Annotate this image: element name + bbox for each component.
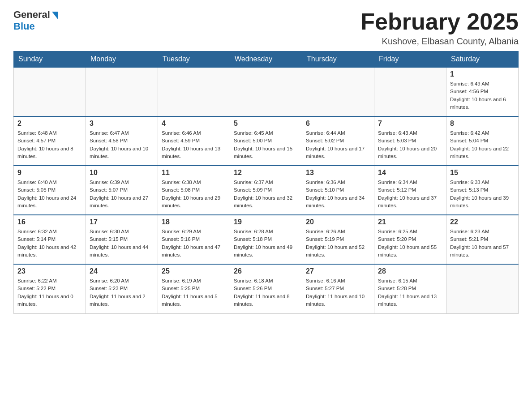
day-info: Sunrise: 6:22 AMSunset: 5:22 PMDaylight:… (17, 277, 82, 308)
day-number: 22 (450, 218, 515, 226)
week-row-2: 2Sunrise: 6:48 AMSunset: 4:57 PMDaylight… (14, 116, 519, 166)
day-info: Sunrise: 6:47 AMSunset: 4:58 PMDaylight:… (90, 129, 154, 160)
day-number: 25 (162, 267, 226, 275)
day-info: Sunrise: 6:34 AMSunset: 5:12 PMDaylight:… (378, 179, 442, 210)
day-number: 1 (450, 70, 515, 78)
day-number: 8 (450, 120, 515, 128)
day-number: 10 (90, 169, 154, 177)
title-area: February 2025 Kushove, Elbasan County, A… (360, 9, 519, 47)
week-row-3: 9Sunrise: 6:40 AMSunset: 5:05 PMDaylight… (14, 166, 519, 215)
calendar-cell (86, 67, 158, 116)
day-number: 19 (234, 218, 298, 226)
day-info: Sunrise: 6:46 AMSunset: 4:59 PMDaylight:… (162, 129, 226, 160)
day-info: Sunrise: 6:37 AMSunset: 5:09 PMDaylight:… (234, 179, 298, 210)
day-info: Sunrise: 6:19 AMSunset: 5:25 PMDaylight:… (162, 277, 226, 308)
logo-blue-text: Blue (13, 21, 35, 32)
calendar-table: SundayMondayTuesdayWednesdayThursdayFrid… (13, 51, 519, 314)
day-number: 14 (378, 169, 442, 177)
logo-text: General (13, 9, 50, 21)
day-info: Sunrise: 6:18 AMSunset: 5:26 PMDaylight:… (234, 277, 298, 308)
calendar-cell: 20Sunrise: 6:26 AMSunset: 5:19 PMDayligh… (302, 215, 374, 264)
logo-arrow-icon (52, 12, 58, 20)
day-info: Sunrise: 6:39 AMSunset: 5:07 PMDaylight:… (90, 179, 154, 210)
day-number: 28 (378, 267, 442, 275)
week-row-5: 23Sunrise: 6:22 AMSunset: 5:22 PMDayligh… (14, 264, 519, 313)
calendar-cell: 18Sunrise: 6:29 AMSunset: 5:16 PMDayligh… (158, 215, 230, 264)
calendar-title: February 2025 (360, 9, 519, 34)
day-info: Sunrise: 6:20 AMSunset: 5:23 PMDaylight:… (90, 277, 154, 308)
day-info: Sunrise: 6:30 AMSunset: 5:15 PMDaylight:… (90, 228, 154, 259)
calendar-cell: 23Sunrise: 6:22 AMSunset: 5:22 PMDayligh… (14, 264, 86, 313)
calendar-cell: 22Sunrise: 6:23 AMSunset: 5:21 PMDayligh… (446, 215, 519, 264)
calendar-cell: 2Sunrise: 6:48 AMSunset: 4:57 PMDaylight… (14, 116, 86, 166)
calendar-cell: 21Sunrise: 6:25 AMSunset: 5:20 PMDayligh… (374, 215, 446, 264)
day-number: 16 (17, 218, 82, 226)
day-number: 5 (234, 120, 298, 128)
day-number: 18 (162, 218, 226, 226)
calendar-cell: 19Sunrise: 6:28 AMSunset: 5:18 PMDayligh… (230, 215, 302, 264)
calendar-cell: 6Sunrise: 6:44 AMSunset: 5:02 PMDaylight… (302, 116, 374, 166)
day-number: 3 (90, 120, 154, 128)
day-info: Sunrise: 6:23 AMSunset: 5:21 PMDaylight:… (450, 228, 515, 259)
calendar-cell: 28Sunrise: 6:15 AMSunset: 5:28 PMDayligh… (374, 264, 446, 313)
day-info: Sunrise: 6:42 AMSunset: 5:04 PMDaylight:… (450, 129, 515, 160)
day-number: 6 (306, 120, 370, 128)
calendar-cell: 27Sunrise: 6:16 AMSunset: 5:27 PMDayligh… (302, 264, 374, 313)
day-info: Sunrise: 6:32 AMSunset: 5:14 PMDaylight:… (17, 228, 82, 259)
week-row-1: 1Sunrise: 6:49 AMSunset: 4:56 PMDaylight… (14, 67, 519, 116)
calendar-cell: 12Sunrise: 6:37 AMSunset: 5:09 PMDayligh… (230, 166, 302, 215)
day-number: 21 (378, 218, 442, 226)
calendar-cell: 7Sunrise: 6:43 AMSunset: 5:03 PMDaylight… (374, 116, 446, 166)
day-number: 7 (378, 120, 442, 128)
day-info: Sunrise: 6:45 AMSunset: 5:00 PMDaylight:… (234, 129, 298, 160)
day-info: Sunrise: 6:44 AMSunset: 5:02 PMDaylight:… (306, 129, 370, 160)
calendar-cell (14, 67, 86, 116)
day-header-tuesday: Tuesday (158, 51, 230, 68)
calendar-cell: 15Sunrise: 6:33 AMSunset: 5:13 PMDayligh… (446, 166, 519, 215)
page-header: General Blue February 2025 Kushove, Elba… (13, 9, 519, 47)
calendar-cell (158, 67, 230, 116)
calendar-cell: 4Sunrise: 6:46 AMSunset: 4:59 PMDaylight… (158, 116, 230, 166)
calendar-cell: 10Sunrise: 6:39 AMSunset: 5:07 PMDayligh… (86, 166, 158, 215)
day-info: Sunrise: 6:36 AMSunset: 5:10 PMDaylight:… (306, 179, 370, 210)
day-number: 15 (450, 169, 515, 177)
day-info: Sunrise: 6:16 AMSunset: 5:27 PMDaylight:… (306, 277, 370, 308)
day-number: 24 (90, 267, 154, 275)
day-number: 20 (306, 218, 370, 226)
calendar-cell (374, 67, 446, 116)
calendar-cell: 1Sunrise: 6:49 AMSunset: 4:56 PMDaylight… (446, 67, 519, 116)
day-header-saturday: Saturday (446, 51, 519, 68)
day-info: Sunrise: 6:26 AMSunset: 5:19 PMDaylight:… (306, 228, 370, 259)
calendar-cell: 5Sunrise: 6:45 AMSunset: 5:00 PMDaylight… (230, 116, 302, 166)
day-number: 12 (234, 169, 298, 177)
day-number: 13 (306, 169, 370, 177)
calendar-cell: 9Sunrise: 6:40 AMSunset: 5:05 PMDaylight… (14, 166, 86, 215)
day-info: Sunrise: 6:49 AMSunset: 4:56 PMDaylight:… (450, 80, 515, 111)
day-info: Sunrise: 6:38 AMSunset: 5:08 PMDaylight:… (162, 179, 226, 210)
calendar-subtitle: Kushove, Elbasan County, Albania (360, 36, 519, 47)
day-header-wednesday: Wednesday (230, 51, 302, 68)
day-number: 2 (17, 120, 82, 128)
week-row-4: 16Sunrise: 6:32 AMSunset: 5:14 PMDayligh… (14, 215, 519, 264)
day-info: Sunrise: 6:43 AMSunset: 5:03 PMDaylight:… (378, 129, 442, 160)
day-number: 11 (162, 169, 226, 177)
day-number: 9 (17, 169, 82, 177)
day-header-monday: Monday (86, 51, 158, 68)
day-number: 26 (234, 267, 298, 275)
calendar-cell: 24Sunrise: 6:20 AMSunset: 5:23 PMDayligh… (86, 264, 158, 313)
calendar-cell: 3Sunrise: 6:47 AMSunset: 4:58 PMDaylight… (86, 116, 158, 166)
day-header-friday: Friday (374, 51, 446, 68)
calendar-cell: 17Sunrise: 6:30 AMSunset: 5:15 PMDayligh… (86, 215, 158, 264)
day-info: Sunrise: 6:15 AMSunset: 5:28 PMDaylight:… (378, 277, 442, 308)
day-number: 4 (162, 120, 226, 128)
day-info: Sunrise: 6:48 AMSunset: 4:57 PMDaylight:… (17, 129, 82, 160)
calendar-cell: 16Sunrise: 6:32 AMSunset: 5:14 PMDayligh… (14, 215, 86, 264)
day-header-thursday: Thursday (302, 51, 374, 68)
calendar-cell: 8Sunrise: 6:42 AMSunset: 5:04 PMDaylight… (446, 116, 519, 166)
logo: General Blue (13, 9, 58, 32)
day-info: Sunrise: 6:29 AMSunset: 5:16 PMDaylight:… (162, 228, 226, 259)
calendar-cell (446, 264, 519, 313)
calendar-cell: 25Sunrise: 6:19 AMSunset: 5:25 PMDayligh… (158, 264, 230, 313)
day-info: Sunrise: 6:25 AMSunset: 5:20 PMDaylight:… (378, 228, 442, 259)
calendar-cell: 11Sunrise: 6:38 AMSunset: 5:08 PMDayligh… (158, 166, 230, 215)
